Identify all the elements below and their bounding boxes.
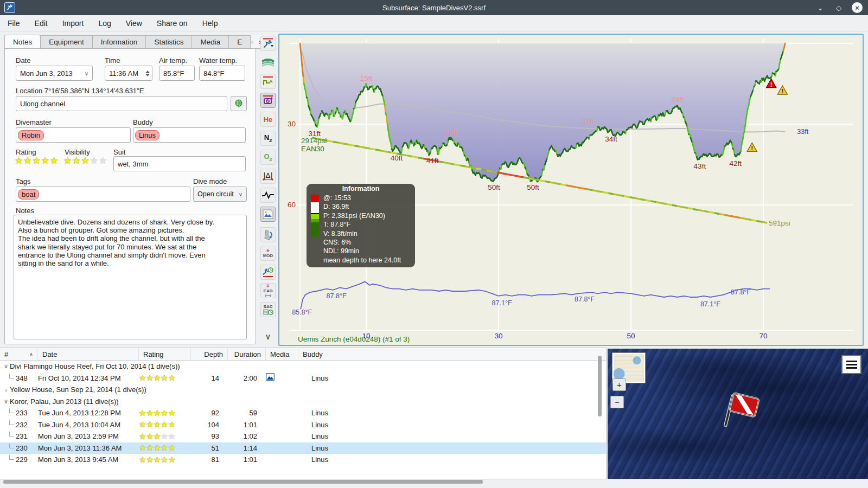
map-zoom-in-button[interactable]: + (612, 378, 626, 391)
divemaster-tag[interactable]: Robin (18, 130, 44, 140)
svg-text:50: 50 (627, 332, 635, 340)
svg-text:42ft: 42ft (729, 159, 742, 168)
photos-icon[interactable] (260, 207, 276, 222)
expand-caret-icon[interactable]: › (2, 387, 10, 393)
dive-row-229[interactable]: 229Mon Jun 3, 2013 9:45 AM★★★★★811:01Lin… (0, 454, 606, 466)
map-zoom-out-button[interactable]: − (610, 396, 624, 408)
dive-row-233[interactable]: 233Tue Jun 4, 2013 12:28 PM★★★★★9259Linu… (0, 407, 606, 419)
tab-media[interactable]: Media (192, 35, 229, 49)
dive-depth: 14 (191, 374, 228, 382)
collapse-chevron-icon[interactable]: ∨ (260, 329, 276, 344)
divemaster-input[interactable]: Robin (16, 127, 131, 143)
column-header-buddy[interactable]: Buddy (298, 348, 606, 360)
dive-trip-row[interactable]: ∨Divi Flamingo House Reef, Fri Oct 10, 2… (0, 361, 606, 373)
column-header-media[interactable]: Media (266, 348, 298, 360)
star-filled-icon: ★ (168, 373, 175, 382)
tooltip-line: P: 2,381psi (EAN30) (323, 211, 415, 220)
menu-file[interactable]: File (8, 19, 20, 28)
heartrate-icon[interactable] (260, 188, 276, 203)
dive-depth: 92 (191, 409, 228, 417)
close-icon[interactable]: × (852, 2, 863, 13)
tags-input[interactable]: boat (16, 187, 190, 202)
oxygen-graph-icon[interactable]: O2 (260, 150, 276, 165)
column-header-duration[interactable]: Duration (228, 348, 266, 360)
ceiling-icon[interactable] (260, 74, 276, 89)
visibility-stars[interactable]: ★★★★★ (63, 155, 107, 166)
tab-scroll-left-icon[interactable]: ‹ (251, 37, 253, 46)
ruler-icon[interactable]: |Δ| (260, 169, 276, 184)
airtemp-field[interactable]: 85.8°F (159, 66, 195, 81)
hamburger-icon (846, 359, 857, 370)
dive-row-231[interactable]: 231Mon Jun 3, 2013 2:59 PM★★★★★931:02Lin… (0, 431, 606, 442)
dive-trip-row[interactable]: ∨Koror, Palau, Jun 2013 (11 dive(s)) (0, 396, 606, 408)
menu-help[interactable]: Help (202, 19, 218, 28)
menu-share-on[interactable]: Share on (157, 19, 188, 28)
buddy-tag[interactable]: Linus (135, 130, 159, 140)
collapse-caret-icon[interactable]: ∨ (2, 398, 10, 405)
trip-label: Koror, Palau, Jun 2013 (11 dive(s)) (10, 397, 119, 406)
dive-flag-marker[interactable] (719, 387, 768, 438)
dive-buddy: Linus (298, 421, 606, 429)
watertemp-field[interactable]: 84.8°F (199, 66, 245, 81)
dive-trip-row[interactable]: ›Yellow House, Sun Sep 21, 2014 (1 dive(… (0, 384, 606, 396)
dive-list-horizontal-scrollbar[interactable] (3, 480, 483, 484)
nitrogen-graph-icon[interactable]: N2 (260, 131, 276, 146)
dive-number: 230 (16, 444, 28, 452)
star-filled-icon: ★ (168, 443, 175, 452)
dive-row-232[interactable]: 232Tue Jun 4, 2013 10:04 AM★★★★★1041:01L… (0, 419, 606, 431)
svg-text:35ft: 35ft (445, 128, 457, 136)
profile-info-tooltip[interactable]: Information @: 15:53D: 36.9ftP: 2,381psi… (307, 184, 415, 267)
dive-profile-chart[interactable]: 31ft40ft41ft50ft50ft34ft43ft42ft15ft35ft… (278, 34, 864, 346)
maximize-icon[interactable]: ◇ (833, 2, 844, 13)
menu-import[interactable]: Import (62, 19, 84, 28)
star-filled-icon: ★ (146, 420, 153, 429)
location-input[interactable]: Ulong channel (16, 96, 227, 111)
spinner-arrows-icon[interactable] (145, 70, 150, 76)
dive-list-vertical-scrollbar[interactable] (598, 356, 602, 416)
date-dropdown[interactable]: Mon Jun 3, 2013∨ (16, 66, 93, 81)
tab-notes[interactable]: Notes (4, 35, 41, 49)
column-header-num[interactable]: #∧ (0, 348, 38, 360)
suit-input[interactable]: wet, 3mm (113, 156, 246, 171)
dive-row-348[interactable]: 348Fri Oct 10, 2014 12:34 PM★★★★★142:00L… (0, 373, 606, 384)
minimize-icon[interactable]: ⌄ (815, 2, 826, 13)
collapse-caret-icon[interactable]: ∨ (2, 363, 10, 370)
tissues-icon[interactable] (260, 227, 276, 242)
notes-textarea[interactable]: Unbelievable dive. Dozens and dozens of … (14, 215, 247, 339)
tab-equipment[interactable]: Equipment (41, 35, 93, 49)
column-header-date[interactable]: Date (38, 348, 139, 360)
dive-buddy: Linus (298, 409, 606, 417)
tab-e[interactable]: E (229, 35, 251, 49)
menu-edit[interactable]: Edit (35, 19, 48, 28)
diver-clock-icon[interactable] (260, 265, 276, 280)
menu-log[interactable]: Log (98, 19, 111, 28)
ead-icon[interactable]: +EAD(•••) (260, 283, 276, 298)
dive-row-230[interactable]: 230Mon Jun 3, 2013 11:36 AM★★★★★511:14Li… (0, 442, 606, 454)
waves-icon[interactable] (260, 55, 276, 70)
time-spinner[interactable]: 11:36 AM (105, 66, 152, 81)
sort-ascending-icon: ∧ (29, 351, 33, 357)
helium-graph-icon[interactable]: He (260, 112, 276, 127)
tab-statistics[interactable]: Statistics (146, 35, 192, 49)
map-menu-button[interactable] (841, 355, 861, 374)
globe-button[interactable] (231, 96, 247, 111)
tab-information[interactable]: Information (93, 35, 146, 49)
mod-icon[interactable]: +MOD (260, 246, 276, 261)
dive-duration: 1:02 (228, 432, 266, 440)
divemode-select[interactable]: Open circuit∨ (193, 187, 247, 202)
diver-icon[interactable] (260, 36, 276, 51)
menu-view[interactable]: View (126, 19, 142, 28)
sac-icon[interactable]: SAC (260, 302, 276, 317)
star-filled-icon: ★ (50, 156, 59, 166)
star-filled-icon: ★ (72, 156, 81, 166)
column-header-depth[interactable]: Depth (191, 348, 228, 360)
column-header-rating[interactable]: Rating (139, 348, 191, 360)
dive-site-map[interactable]: + − (608, 349, 868, 479)
dive-computer-icon[interactable] (260, 93, 276, 108)
dive-date: Mon Jun 3, 2013 11:36 AM (38, 444, 139, 452)
dive-depth: 81 (191, 455, 228, 464)
tag-boat[interactable]: boat (18, 189, 39, 200)
buddy-input[interactable]: Linus (133, 127, 246, 143)
notes-pane: Date Mon Jun 3, 2013∨ Time 11:36 AM Air … (4, 48, 256, 344)
rating-stars[interactable]: ★★★★★ (15, 155, 59, 166)
